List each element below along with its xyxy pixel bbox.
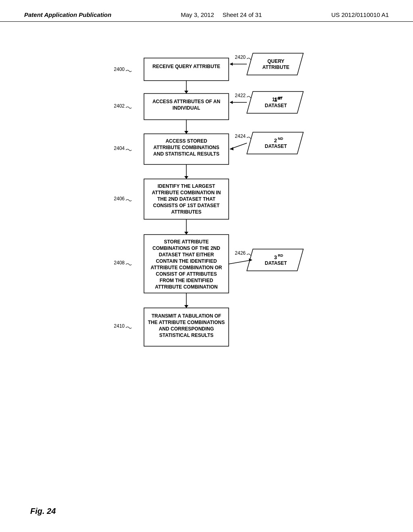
patent-number: US 2012/0110010 A1 [331,11,389,18]
svg-text:STATISTICAL RESULTS: STATISTICAL RESULTS [159,332,213,338]
diagram-area: RECEIVE QUERY ATTRIBUTE 2400 2420 QUERY … [0,22,413,489]
svg-marker-4 [247,53,303,75]
svg-marker-8 [230,62,233,66]
svg-text:IDENTIFY THE LARGEST: IDENTIFY THE LARGEST [158,183,215,189]
svg-text:RD: RD [278,254,283,258]
svg-rect-0 [144,58,229,81]
svg-text:INDIVIDUAL: INDIVIDUAL [173,105,200,111]
svg-text:ACCESS ATTRIBUTES OF AN: ACCESS ATTRIBUTES OF AN [152,99,220,104]
svg-line-67 [229,260,252,264]
svg-text:2410: 2410 [114,323,125,329]
svg-text:2420: 2420 [235,54,246,60]
svg-text:ATTRIBUTE COMBINATIONS: ATTRIBUTE COMBINATIONS [153,145,219,150]
svg-text:3: 3 [274,254,277,260]
svg-text:2404: 2404 [114,145,125,151]
svg-text:2400: 2400 [114,66,125,72]
svg-text:CONSISTS OF 1ST DATASET: CONSISTS OF 1ST DATASET [153,203,220,208]
flowchart-svg: RECEIVE QUERY ATTRIBUTE 2400 2420 QUERY … [65,46,348,489]
date-text: May 3, 2012 [181,11,214,18]
svg-marker-70 [184,305,188,308]
svg-text:ATTRIBUTE COMBINATION: ATTRIBUTE COMBINATION [155,284,218,290]
svg-text:2408: 2408 [114,260,125,266]
svg-text:ACCESS STORED: ACCESS STORED [165,138,207,144]
svg-text:ST: ST [278,96,283,100]
svg-text:STORE ATTRIBUTE: STORE ATTRIBUTE [164,239,209,245]
header-center: May 3, 2012 Sheet 24 of 31 [181,11,262,18]
svg-marker-28 [184,131,188,134]
svg-text:AND CORRESPONDING: AND CORRESPONDING [159,326,214,332]
svg-text:TRANSMIT A TABULATION OF: TRANSMIT A TABULATION OF [152,313,221,319]
svg-text:2422: 2422 [235,93,246,98]
page-header: Patent Application Publication May 3, 20… [0,0,413,22]
svg-text:COMBINATIONS OF THE 2ND: COMBINATIONS OF THE 2ND [152,245,220,251]
svg-text:QUERY: QUERY [267,58,284,64]
svg-text:ATTRIBUTES: ATTRIBUTES [171,209,201,215]
svg-text:DATASET: DATASET [265,260,288,266]
svg-text:ATTRIBUTE: ATTRIBUTE [262,64,289,70]
svg-text:THE ATTRIBUTE COMBINATIONS: THE ATTRIBUTE COMBINATIONS [148,320,225,325]
svg-text:2424: 2424 [235,133,246,139]
svg-text:ATTRIBUTE COMBINATION OR: ATTRIBUTE COMBINATION OR [151,265,222,270]
svg-text:CONSIST OF ATTRIBUTES: CONSIST OF ATTRIBUTES [156,271,217,277]
svg-text:2406: 2406 [114,196,125,202]
svg-marker-26 [230,101,233,104]
figure-label: Fig. 24 [30,507,56,516]
svg-text:DATASET: DATASET [265,143,288,149]
svg-marker-51 [184,232,188,235]
svg-text:RECEIVE QUERY ATTRIBUTE: RECEIVE QUERY ATTRIBUTE [152,64,220,69]
svg-text:2: 2 [274,137,277,143]
svg-text:CONTAIN THE IDENTIFIED: CONTAIN THE IDENTIFIED [156,258,217,264]
sheet-text: Sheet 24 of 31 [223,11,262,18]
svg-text:FROM THE IDENTIFIED: FROM THE IDENTIFIED [160,278,213,283]
publication-label: Patent Application Publication [24,11,111,18]
svg-text:ND: ND [278,137,283,141]
svg-text:DATASET: DATASET [265,103,288,108]
svg-marker-42 [184,176,188,179]
svg-text:1: 1 [274,97,277,103]
svg-text:THE 2ND DATASET THAT: THE 2ND DATASET THAT [157,196,216,202]
svg-text:2402: 2402 [114,103,125,109]
svg-text:ATTRIBUTE COMBINATION IN: ATTRIBUTE COMBINATION IN [152,190,221,195]
svg-text:DATASET THAT EITHER: DATASET THAT EITHER [159,252,214,258]
svg-marker-10 [184,91,188,94]
svg-text:2426: 2426 [235,250,246,256]
svg-text:AND STATISTICAL RESULTS: AND STATISTICAL RESULTS [153,151,219,157]
